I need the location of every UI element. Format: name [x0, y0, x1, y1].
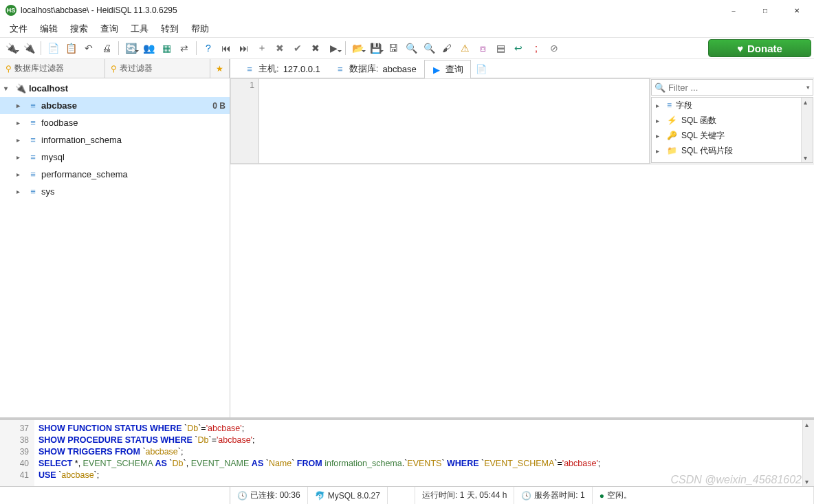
chevron-right-icon: ▸ [656, 117, 663, 124]
last-icon[interactable]: ⏭ [236, 40, 252, 56]
copy-icon[interactable]: 📄 [45, 40, 61, 56]
status-idle: ●空闲。 [593, 487, 814, 504]
status-uptime: 运行时间: 1 天, 05:44 h [415, 487, 514, 504]
tab-row: ⚲数据库过滤器 ⚲表过滤器 ★ ≡主机: 127.0.0.1 ≡数据库: abc… [0, 59, 814, 78]
helper-icon: ≡ [667, 100, 672, 110]
menu-帮助[interactable]: 帮助 [186, 21, 214, 36]
new-query-icon: 📄 [476, 64, 485, 74]
first-icon[interactable]: ⏮ [218, 40, 234, 56]
connect-icon[interactable]: 🔌 [3, 40, 19, 56]
users-icon[interactable]: 👥 [140, 40, 157, 56]
brush-icon[interactable]: 🖌 [439, 40, 455, 56]
sql-icon[interactable]: ▦ [158, 40, 175, 56]
log-panel: 3738394041 SHOW FUNCTION STATUS WHERE `D… [0, 417, 814, 486]
toolbar-separator [196, 41, 197, 55]
close-button[interactable]: ✕ [781, 0, 813, 21]
tab-query[interactable]: ▶查询 [424, 60, 471, 78]
helpers-panel: 🔍 Filter ... ▾ ▸≡字段▸⚡SQL 函数▸🔑SQL 关键字▸📁SQ… [650, 78, 814, 164]
clock-icon [521, 491, 531, 501]
maximize-button[interactable]: □ [749, 0, 781, 21]
donate-button[interactable]: Donate [708, 39, 811, 57]
chevron-right-icon: ▸ [656, 147, 663, 155]
print-icon[interactable]: 🖨 [98, 40, 115, 56]
tab-database[interactable]: ≡数据库: abcbase [328, 59, 424, 78]
tab-host[interactable]: ≡主机: 127.0.0.1 [237, 59, 328, 78]
log-scrollbar[interactable] [802, 420, 814, 486]
results-panel [230, 164, 814, 417]
chevron-down-icon: ▾ [4, 85, 12, 92]
app-icon: HS [6, 5, 16, 16]
search-icon: 🔍 [654, 83, 666, 93]
open-icon[interactable]: 📂 [349, 40, 366, 56]
refresh-icon[interactable]: 🔄 [122, 40, 139, 56]
chevron-right-icon: ▸ [16, 119, 25, 127]
helper-SQL 关键字[interactable]: ▸🔑SQL 关键字 [652, 128, 813, 143]
semi-icon[interactable]: ; [528, 40, 544, 56]
help-icon[interactable]: ? [200, 40, 217, 56]
paste-icon[interactable]: 📋 [63, 40, 79, 56]
helper-SQL 代码片段[interactable]: ▸📁SQL 代码片段 [652, 143, 813, 158]
helper-字段[interactable]: ▸≡字段 [652, 98, 813, 113]
apply-icon[interactable]: ✔ [289, 40, 306, 56]
menu-查询[interactable]: 查询 [95, 21, 124, 36]
panel-icon[interactable]: ▤ [492, 40, 509, 56]
undo-icon[interactable]: ↶ [80, 40, 97, 56]
minimize-button[interactable]: – [718, 0, 749, 21]
helpers-filter-input[interactable]: 🔍 Filter ... ▾ [651, 79, 813, 96]
run-icon[interactable]: ▶ [325, 40, 342, 56]
chevron-right-icon: ▸ [656, 102, 663, 109]
database-icon: ≡ [28, 152, 38, 162]
sql-editor[interactable]: 1 [230, 78, 650, 164]
export-icon[interactable]: ⇄ [176, 40, 192, 56]
helpers-scrollbar[interactable] [801, 98, 813, 162]
db-icon: ≡ [336, 64, 345, 74]
favorites-tab-icon[interactable]: ★ [210, 59, 230, 78]
menu-转到[interactable]: 转到 [155, 21, 184, 36]
log-text[interactable]: SHOW FUNCTION STATUS WHERE `Db`='abcbase… [34, 420, 814, 486]
save2-icon[interactable]: 🖫 [385, 40, 402, 56]
dolphin-icon: 🐬 [315, 491, 325, 501]
db-filter-tab[interactable]: ⚲数据库过滤器 [0, 59, 105, 78]
tree-db-abcbase[interactable]: ▸≡abcbase0 B [0, 97, 230, 114]
database-icon: ≡ [28, 186, 38, 197]
wrap-icon[interactable]: ↩ [510, 40, 527, 56]
menu-文件[interactable]: 文件 [4, 21, 33, 36]
tree-db-information_schema[interactable]: ▸≡information_schema [0, 131, 230, 149]
helper-SQL 函数[interactable]: ▸⚡SQL 函数 [652, 113, 813, 128]
toolbar-separator [41, 41, 41, 55]
add-icon[interactable]: ＋ [254, 40, 270, 56]
chevron-right-icon: ▸ [16, 171, 25, 178]
menu-工具[interactable]: 工具 [125, 21, 154, 36]
menu-编辑[interactable]: 编辑 [34, 21, 63, 36]
connection-icon: 🔌 [15, 83, 26, 94]
find2-icon[interactable]: 🔍 [421, 40, 437, 56]
helper-icon: 📁 [667, 146, 677, 155]
tree-db-foodbase[interactable]: ▸≡foodbase [0, 114, 230, 131]
chevron-down-icon[interactable]: ▾ [806, 84, 810, 91]
circle-icon: ● [600, 491, 604, 501]
tree-db-sys[interactable]: ▸≡sys [0, 183, 230, 200]
stop-icon[interactable]: ⊘ [546, 40, 562, 56]
editor-text-area[interactable] [259, 78, 650, 164]
status-server: 🐬MySQL 8.0.27 [308, 487, 388, 504]
database-icon: ≡ [28, 135, 38, 145]
chevron-right-icon: ▸ [16, 136, 25, 144]
status-connected: 已连接: 00:36 [230, 487, 308, 504]
binary-icon[interactable]: ⧈ [474, 40, 491, 56]
statusbar: 已连接: 00:36 🐬MySQL 8.0.27 运行时间: 1 天, 05:4… [0, 486, 814, 504]
new-query-tab[interactable]: 📄 [471, 59, 490, 78]
menu-搜索[interactable]: 搜索 [65, 21, 94, 36]
tree-root[interactable]: ▾🔌localhost [0, 80, 230, 97]
find-icon[interactable]: 🔍 [403, 40, 419, 56]
delete-icon[interactable]: ✖ [272, 40, 288, 56]
table-filter-tab[interactable]: ⚲表过滤器 [105, 59, 210, 78]
warn-icon[interactable]: ⚠ [456, 40, 473, 56]
tree-db-performance_schema[interactable]: ▸≡performance_schema [0, 166, 230, 183]
database-icon: ≡ [28, 100, 38, 111]
tree-db-mysql[interactable]: ▸≡mysql [0, 149, 230, 166]
new-conn-icon[interactable]: 🔌 [21, 40, 37, 56]
titlebar: HS localhost\abcbase\ - HeidiSQL 11.3.0.… [0, 0, 814, 21]
save-icon[interactable]: 💾 [367, 40, 384, 56]
cancel-icon[interactable]: ✖ [307, 40, 324, 56]
chevron-right-icon: ▸ [16, 153, 25, 161]
